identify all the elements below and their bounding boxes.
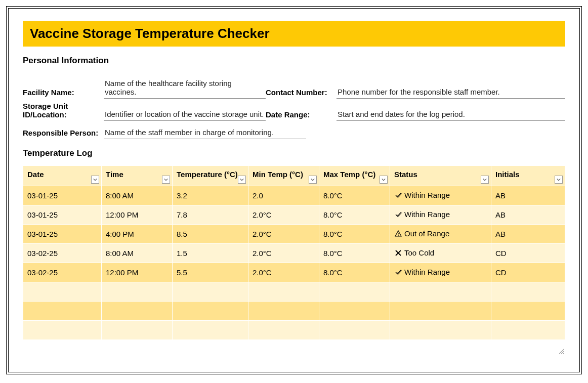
cell-date: 03-02-25 — [23, 244, 102, 263]
page-title: Vaccine Storage Temperature Checker — [23, 21, 565, 47]
chevron-down-icon — [557, 178, 561, 182]
info-grid-2: Responsible Person: Name of the staff me… — [23, 127, 565, 139]
status-text: Too Cold — [404, 248, 434, 257]
col-min-temp-label: Min Temp (°C) — [253, 170, 303, 179]
facility-name-field[interactable]: Name of the healthcare facility storing … — [104, 78, 266, 99]
cell-max-temp: 8.0°C — [319, 225, 390, 244]
col-initials-label: Initials — [495, 170, 520, 179]
cell-time: 4:00 PM — [102, 225, 173, 244]
cell-min-temp: 2.0 — [248, 186, 319, 205]
col-min-temp: Min Temp (°C) — [248, 166, 319, 186]
contact-number-label: Contact Number: — [266, 88, 337, 99]
col-status-label: Status — [394, 170, 417, 179]
cell-status: Out of Range — [390, 225, 491, 244]
check-icon — [395, 269, 402, 276]
cell-empty — [390, 302, 491, 321]
cell-empty — [102, 282, 173, 302]
info-grid: Facility Name: Name of the healthcare fa… — [23, 78, 565, 121]
cell-initials: AB — [491, 186, 565, 205]
filter-temperature-button[interactable] — [238, 176, 246, 184]
col-time-label: Time — [106, 170, 123, 179]
cell-empty — [173, 321, 248, 340]
cell-min-temp: 2.0°C — [248, 263, 319, 282]
col-time: Time — [102, 166, 173, 186]
filter-initials-button[interactable] — [555, 176, 563, 184]
cell-empty — [491, 282, 565, 302]
status-icon — [394, 192, 402, 200]
cell-date: 03-01-25 — [23, 205, 102, 225]
cell-initials: AB — [491, 205, 565, 225]
table-row: 03-02-258:00 AM1.52.0°C8.0°CToo ColdCD — [23, 244, 565, 263]
date-range-field[interactable]: Start and end dates for the log period. — [337, 109, 565, 121]
cell-empty — [248, 302, 319, 321]
personal-info-header: Personal Information — [23, 56, 565, 66]
cell-status: Within Range — [390, 205, 491, 225]
table-row: 03-02-2512:00 PM5.52.0°C8.0°CWithin Rang… — [23, 263, 565, 282]
col-temperature: Temperature (°C) — [173, 166, 248, 186]
filter-status-button[interactable] — [481, 176, 489, 184]
cell-empty — [23, 321, 102, 340]
cell-empty — [102, 302, 173, 321]
cell-temperature: 5.5 — [173, 263, 248, 282]
cell-time: 8:00 AM — [102, 186, 173, 205]
cell-initials: CD — [491, 263, 565, 282]
contact-number-field[interactable]: Phone number for the responsible staff m… — [337, 87, 565, 99]
temperature-log-table: Date Time Temperature (°C) — [23, 165, 565, 340]
cell-min-temp: 2.0°C — [248, 225, 319, 244]
storage-unit-field[interactable]: Identifier or location of the vaccine st… — [104, 109, 266, 121]
responsible-person-label: Responsible Person: — [23, 129, 104, 139]
cell-empty — [319, 321, 390, 340]
filter-date-button[interactable] — [91, 176, 99, 184]
col-temperature-label: Temperature (°C) — [177, 170, 238, 179]
cell-status: Too Cold — [390, 244, 491, 263]
status-icon — [394, 211, 402, 220]
filter-min-button[interactable] — [309, 176, 317, 184]
cell-date: 03-02-25 — [23, 263, 102, 282]
filter-time-button[interactable] — [162, 176, 170, 184]
check-icon — [395, 211, 402, 218]
table-row: 03-01-258:00 AM3.22.08.0°CWithin RangeAB — [23, 186, 565, 205]
cell-empty — [390, 321, 491, 340]
col-date-label: Date — [27, 170, 44, 179]
responsible-person-field[interactable]: Name of the staff member in charge of mo… — [104, 127, 306, 139]
table-row-empty — [23, 302, 565, 321]
cell-empty — [491, 321, 565, 340]
chevron-down-icon — [483, 178, 487, 182]
facility-name-label: Facility Name: — [23, 88, 104, 99]
filter-max-button[interactable] — [380, 176, 388, 184]
cell-max-temp: 8.0°C — [319, 244, 390, 263]
cell-max-temp: 8.0°C — [319, 186, 390, 205]
cell-temperature: 7.8 — [173, 205, 248, 225]
cell-empty — [248, 282, 319, 302]
cell-empty — [173, 302, 248, 321]
outer-frame: Vaccine Storage Temperature Checker Pers… — [6, 6, 582, 374]
resize-handle-icon[interactable] — [559, 349, 564, 354]
cell-temperature: 1.5 — [173, 244, 248, 263]
status-text: Out of Range — [404, 229, 449, 238]
col-status: Status — [390, 166, 491, 186]
table-row-empty — [23, 321, 565, 340]
chevron-down-icon — [93, 178, 97, 182]
status-icon — [394, 269, 402, 277]
chevron-down-icon — [240, 178, 244, 182]
cell-date: 03-01-25 — [23, 225, 102, 244]
cell-max-temp: 8.0°C — [319, 205, 390, 225]
chevron-down-icon — [164, 178, 168, 182]
cell-temperature: 8.5 — [173, 225, 248, 244]
svg-point-1 — [398, 235, 399, 236]
cell-empty — [23, 302, 102, 321]
status-icon — [394, 230, 402, 239]
status-text: Within Range — [404, 191, 450, 199]
col-date: Date — [23, 166, 102, 186]
col-initials: Initials — [491, 166, 565, 186]
table-body: 03-01-258:00 AM3.22.08.0°CWithin RangeAB… — [23, 186, 565, 340]
status-text: Within Range — [404, 268, 450, 276]
cell-status: Within Range — [390, 263, 491, 282]
cell-time: 12:00 PM — [102, 205, 173, 225]
cell-time: 8:00 AM — [102, 244, 173, 263]
status-icon — [394, 249, 402, 258]
table-row-empty — [23, 282, 565, 302]
cell-temperature: 3.2 — [173, 186, 248, 205]
cell-initials: AB — [491, 225, 565, 244]
warning-icon — [395, 230, 402, 237]
